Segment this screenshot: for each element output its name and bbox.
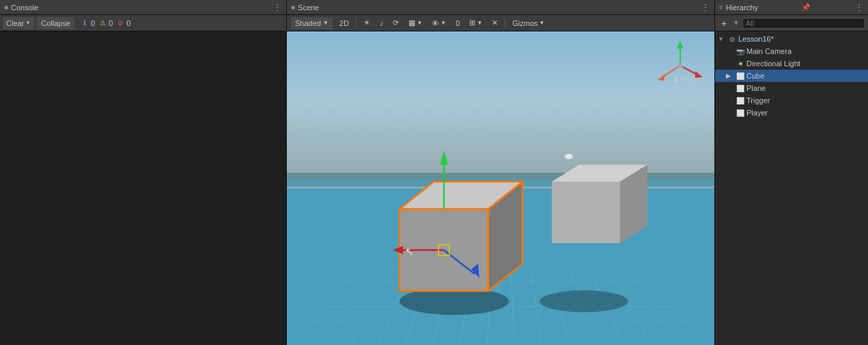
- cursor-icon: ↖: [405, 246, 414, 258]
- gizmo-center: [677, 63, 683, 68]
- error-filter[interactable]: ⊘ 0: [115, 18, 130, 28]
- console-more-button[interactable]: ⋮: [272, 2, 282, 13]
- separator-2: [505, 18, 505, 28]
- hierarchy-search-input[interactable]: [742, 18, 865, 29]
- separator-1: [356, 18, 356, 28]
- hierarchy-item-main-camera[interactable]: 📷 Main Camera: [715, 45, 868, 57]
- info-icon: ℹ: [80, 18, 89, 28]
- plane-label: Plane: [746, 84, 766, 92]
- trigger-label: Trigger: [746, 96, 770, 105]
- hierarchy-item-directional-light[interactable]: ☀ Directional Light: [715, 57, 868, 70]
- console-tab-title: Console: [11, 3, 38, 12]
- scene-toolbar: Shaded ▼ 2D ☀ ♪ ⟳ ▦ ▼ 👁 ▼ 0 ⊞ ▼ ✕ Gizmos…: [287, 15, 714, 31]
- hierarchy-tab[interactable]: ≡ Hierarchy 📌 ⋮: [715, 0, 868, 15]
- visibility-count[interactable]: 0: [453, 17, 462, 29]
- console-content: [0, 31, 286, 345]
- scene-tab[interactable]: ■ Scene ⋮: [287, 0, 714, 15]
- add-dropdown-arrow[interactable]: ▼: [733, 19, 740, 27]
- console-tab-icon: ■: [4, 3, 8, 11]
- fx-toggle[interactable]: ⟳: [390, 17, 402, 29]
- cube-shadow-plain: [540, 290, 628, 312]
- scene-panel: ■ Scene ⋮ Shaded ▼ 2D ☀ ♪ ⟳ ▦ ▼ 👁 ▼ 0 ⊞ …: [287, 0, 714, 345]
- layout-btn[interactable]: ⊞ ▼: [466, 17, 485, 29]
- hierarchy-item-player[interactable]: ⬜ Player: [715, 107, 868, 119]
- persp-label: ◄ Persp: [671, 76, 698, 83]
- hierarchy-panel: ≡ Hierarchy 📌 ⋮ + ▼ ▼ ⊙ Lesson16* 📷 Main…: [714, 0, 868, 345]
- plain-cube-front: [552, 182, 620, 243]
- console-tab[interactable]: ■ Console ⋮: [0, 0, 286, 15]
- directional-light-label: Directional Light: [746, 59, 800, 68]
- scene-more-button[interactable]: ⋮: [701, 2, 710, 13]
- audio-toggle[interactable]: ♪: [377, 17, 387, 29]
- console-filter: ℹ 0 ⚠ 0 ⊘ 0: [80, 18, 130, 28]
- cube-icon: ⬜: [736, 71, 745, 81]
- gizmos-button[interactable]: Gizmos ▼: [509, 17, 547, 29]
- gizmo-svg: y: [653, 38, 708, 93]
- 2d-button[interactable]: 2D: [337, 17, 352, 29]
- console-toolbar: Clear ▼ Collapse ℹ 0 ⚠ 0 ⊘ 0: [0, 15, 286, 31]
- warn-filter[interactable]: ⚠ 0: [98, 18, 113, 28]
- hierarchy-tab-icon: ≡: [719, 3, 723, 11]
- collapse-button[interactable]: Collapse: [37, 17, 74, 29]
- scene-svg: ↖: [287, 31, 714, 345]
- plane-icon: ⬜: [736, 83, 745, 93]
- scene-tab-title: Scene: [298, 3, 319, 12]
- expand-arrow-cube: ▶: [726, 72, 734, 79]
- scene-tab-icon: ■: [291, 3, 295, 11]
- visibility-toggle[interactable]: 👁 ▼: [429, 17, 449, 29]
- light-toggle[interactable]: ☀: [361, 17, 373, 29]
- light-icon: ☀: [736, 59, 745, 68]
- lesson16-label: Lesson16*: [738, 35, 774, 43]
- scene-viewport[interactable]: ↖ y: [287, 31, 714, 345]
- gizmo-z-tip: [658, 74, 665, 81]
- error-icon: ⊘: [115, 18, 125, 28]
- expand-arrow-lesson16: ▼: [718, 36, 726, 42]
- main-camera-label: Main Camera: [746, 47, 792, 55]
- hierarchy-item-cube[interactable]: ▶ ⬜ Cube: [715, 70, 868, 82]
- grid-toggle[interactable]: ▦ ▼: [406, 17, 425, 29]
- warn-icon: ⚠: [98, 18, 107, 28]
- viewport-gizmo: y ◄ Persp: [653, 38, 708, 93]
- hierarchy-item-lesson16[interactable]: ▼ ⊙ Lesson16*: [715, 33, 868, 45]
- shaded-dropdown[interactable]: Shaded ▼: [291, 17, 333, 29]
- hierarchy-add-button[interactable]: +: [718, 17, 730, 29]
- player-icon: ⬜: [736, 108, 745, 118]
- camera-icon: 📷: [736, 46, 745, 56]
- hierarchy-more-button[interactable]: ⋮: [854, 2, 864, 13]
- gizmo-x-arrow: [393, 246, 403, 254]
- cube-label: Cube: [746, 72, 764, 80]
- scene-icon: ⊙: [727, 34, 737, 44]
- hierarchy-tab-title: Hierarchy: [726, 3, 758, 12]
- clear-dropdown-arrow[interactable]: ▼: [25, 20, 31, 26]
- hierarchy-item-trigger[interactable]: ⬜ Trigger: [715, 94, 868, 107]
- console-panel: ■ Console ⋮ Clear ▼ Collapse ℹ 0 ⚠ 0 ⊘: [0, 0, 287, 345]
- gizmo-y-arrow: [440, 151, 448, 165]
- pin-icon: 📌: [802, 3, 810, 11]
- hierarchy-toolbar: + ▼: [715, 15, 868, 31]
- hierarchy-content: ▼ ⊙ Lesson16* 📷 Main Camera ☀ Directiona…: [715, 31, 868, 345]
- clear-button[interactable]: Clear ▼: [3, 17, 34, 29]
- player-label: Player: [746, 109, 768, 117]
- scene-3d-objects: ↖: [287, 31, 714, 345]
- trigger-icon: ⬜: [736, 96, 745, 105]
- hierarchy-item-plane[interactable]: ⬜ Plane: [715, 82, 868, 94]
- cross-btn[interactable]: ✕: [489, 17, 501, 29]
- gizmo-y-label: y: [678, 39, 682, 46]
- shaded-arrow: ▼: [323, 20, 328, 26]
- info-filter[interactable]: ℹ 0: [80, 18, 95, 28]
